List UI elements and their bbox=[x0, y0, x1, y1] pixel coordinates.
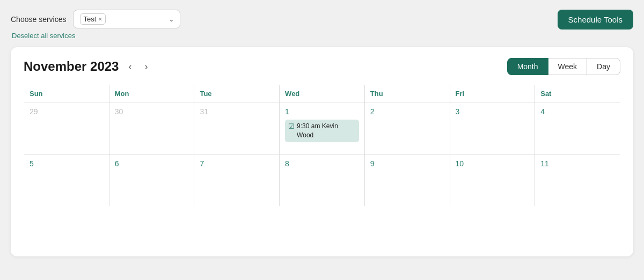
services-dropdown-left: Test × bbox=[80, 13, 106, 25]
cell-9[interactable]: 9 bbox=[364, 154, 450, 207]
top-left: Choose services Test × ⌄ Deselect all se… bbox=[11, 10, 180, 40]
view-week-button[interactable]: Week bbox=[548, 58, 588, 75]
day-number: 7 bbox=[200, 159, 204, 168]
choose-services-row: Choose services Test × ⌄ bbox=[11, 10, 180, 28]
calendar-header-row: Sun Mon Tue Wed Thu Fri Sat bbox=[24, 85, 620, 102]
calendar-row-1: 29 30 31 1 ☑ bbox=[24, 102, 620, 154]
day-number: 2 bbox=[370, 107, 375, 116]
cell-8[interactable]: 8 bbox=[280, 154, 365, 207]
event-check-icon: ☑ bbox=[288, 122, 295, 130]
day-number: 10 bbox=[456, 159, 464, 168]
header-wed: Wed bbox=[280, 85, 365, 102]
calendar-header: November 2023 ‹ › Month Week Day bbox=[24, 58, 620, 75]
cell-29[interactable]: 29 bbox=[24, 102, 109, 154]
top-bar: Choose services Test × ⌄ Deselect all se… bbox=[11, 10, 633, 40]
calendar-row-2: 5 6 7 8 bbox=[24, 154, 620, 207]
calendar-card: November 2023 ‹ › Month Week Day Sun Mon… bbox=[11, 47, 633, 256]
deselect-all-link[interactable]: Deselect all services bbox=[12, 32, 180, 40]
tag-close-icon[interactable]: × bbox=[98, 16, 102, 23]
header-mon: Mon bbox=[109, 85, 194, 102]
cell-31[interactable]: 31 bbox=[194, 102, 280, 154]
choose-services-label: Choose services bbox=[11, 15, 67, 24]
cell-3[interactable]: 3 bbox=[450, 102, 535, 154]
cell-6[interactable]: 6 bbox=[109, 154, 194, 207]
day-number: 29 bbox=[30, 107, 38, 116]
calendar-title: November 2023 bbox=[24, 59, 119, 74]
dropdown-arrow-icon: ⌄ bbox=[169, 15, 174, 23]
cell-10[interactable]: 10 bbox=[450, 154, 535, 207]
cell-11[interactable]: 11 bbox=[535, 154, 620, 207]
calendar-title-row: November 2023 ‹ › bbox=[24, 59, 151, 74]
day-number: 5 bbox=[30, 159, 34, 168]
view-month-button[interactable]: Month bbox=[507, 58, 548, 75]
day-number: 3 bbox=[456, 107, 460, 116]
header-sat: Sat bbox=[535, 85, 620, 102]
cell-4[interactable]: 4 bbox=[535, 102, 620, 154]
day-number: 11 bbox=[540, 159, 549, 168]
view-day-button[interactable]: Day bbox=[587, 58, 620, 75]
day-number: 6 bbox=[115, 159, 119, 168]
event-block[interactable]: ☑ 9:30 am Kevin Wood bbox=[285, 120, 359, 142]
cell-2[interactable]: 2 bbox=[364, 102, 450, 154]
day-number: 9 bbox=[370, 159, 375, 168]
header-fri: Fri bbox=[450, 85, 535, 102]
services-dropdown[interactable]: Test × ⌄ bbox=[73, 10, 180, 28]
header-sun: Sun bbox=[24, 85, 109, 102]
next-month-button[interactable]: › bbox=[141, 61, 151, 72]
schedule-tools-button[interactable]: Schedule Tools bbox=[558, 10, 633, 30]
cell-5[interactable]: 5 bbox=[24, 154, 109, 207]
day-number: 30 bbox=[115, 107, 123, 116]
header-tue: Tue bbox=[194, 85, 280, 102]
cell-30[interactable]: 30 bbox=[109, 102, 194, 154]
prev-month-button[interactable]: ‹ bbox=[125, 61, 135, 72]
cell-1[interactable]: 1 ☑ 9:30 am Kevin Wood bbox=[280, 102, 365, 154]
view-toggle: Month Week Day bbox=[508, 58, 620, 75]
calendar-grid: Sun Mon Tue Wed Thu Fri Sat 29 30 bbox=[24, 85, 620, 207]
header-thu: Thu bbox=[364, 85, 450, 102]
tag-label: Test bbox=[84, 15, 97, 23]
day-number: 4 bbox=[540, 107, 545, 116]
selected-tag: Test × bbox=[80, 13, 106, 25]
day-number: 1 bbox=[285, 107, 289, 116]
day-number: 8 bbox=[285, 159, 289, 168]
day-number: 31 bbox=[200, 107, 208, 116]
event-text: 9:30 am Kevin Wood bbox=[297, 122, 356, 140]
cell-7[interactable]: 7 bbox=[194, 154, 280, 207]
